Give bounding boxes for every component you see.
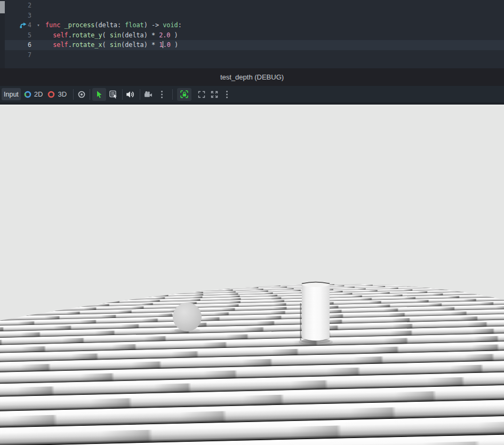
code-text: func _process(delta: float) -> void: [45,21,182,29]
camera-button[interactable] [143,88,153,101]
toolbar-separator [140,89,140,100]
cylinder-left-edge-shadow [300,303,302,340]
input-mode-button[interactable]: Input [2,88,21,100]
input-mode-label: Input [4,91,19,98]
code-line[interactable]: 5 self.rotate_y( sin(delta) * 2.0 ) [5,30,504,41]
fullscreen-button[interactable] [210,88,219,101]
execution-line-arrow [20,22,28,29]
code-line[interactable]: 6 self.rotate_x( sin(delta) * 1.0 ) [5,40,504,50]
sphere-mesh [173,303,202,331]
toolbar-separator [122,89,123,100]
shrink-window-icon [197,90,206,99]
code-line[interactable]: 3 [5,11,504,21]
game-viewport[interactable] [0,105,504,445]
mode-2d-label: 2D [34,90,43,98]
audio-icon [126,90,134,99]
line-number[interactable]: 5 [5,31,31,39]
menu-kebab-icon [226,90,228,99]
code-line[interactable]: 2 [5,1,504,11]
camera-icon [144,90,153,99]
line-number[interactable]: 3 [5,12,31,19]
game-window-titlebar: test_depth (DEBUG) [0,68,504,86]
script-editor[interactable]: 234▾func _process(delta: float) -> void:… [0,0,504,68]
code-text: self.rotate_x( sin(delta) * 1.0 ) [45,41,178,49]
camera-menu-button[interactable] [159,88,164,101]
scrollbar-handle[interactable] [0,1,5,13]
node-3d-icon [47,90,55,99]
mode-3d-button[interactable]: 3D [47,90,67,99]
embed-menu-button[interactable] [225,88,229,101]
cylinder-body [302,284,330,341]
select-mode-button[interactable] [92,88,106,101]
audio-button[interactable] [125,88,135,101]
line-number[interactable]: 2 [5,2,31,9]
godot-editor-window: 234▾func _process(delta: float) -> void:… [0,0,504,445]
editor-scrollbar[interactable] [0,0,5,68]
code-text: self.rotate_y( sin(delta) * 2.0 ) [45,31,178,39]
code-lines[interactable]: 234▾func _process(delta: float) -> void:… [5,1,504,60]
line-number[interactable]: 7 [5,51,31,59]
fullscreen-icon [210,90,219,99]
viewport-top-line [0,105,504,106]
toolbar-separator [73,89,74,100]
mode-3d-label: 3D [58,90,67,98]
game-window-title: test_depth (DEBUG) [220,73,284,81]
camera-override-icon [77,90,86,99]
toolbar-separator [172,89,173,100]
embed-lock-icon [180,90,189,99]
toolbar-separator [90,89,90,100]
rendered-3d-scene [0,105,504,445]
select-cursor-icon [95,90,103,99]
line-number[interactable]: 6 [5,41,31,49]
select-list-button[interactable] [108,88,118,101]
code-line[interactable]: 7 [5,50,504,60]
fold-chevron-icon[interactable]: ▾ [31,22,45,28]
cylinder-mesh [299,281,333,346]
game-toolbar: Input 2D 3D [0,86,504,102]
shrink-window-button[interactable] [197,88,206,101]
camera-override-button[interactable] [77,88,86,101]
menu-kebab-icon [161,90,163,99]
embed-game-button[interactable] [177,88,191,101]
node-2d-icon [23,90,32,99]
select-list-icon [109,90,118,99]
mode-2d-button[interactable]: 2D [23,90,43,99]
code-line[interactable]: 4▾func _process(delta: float) -> void: [5,20,504,30]
